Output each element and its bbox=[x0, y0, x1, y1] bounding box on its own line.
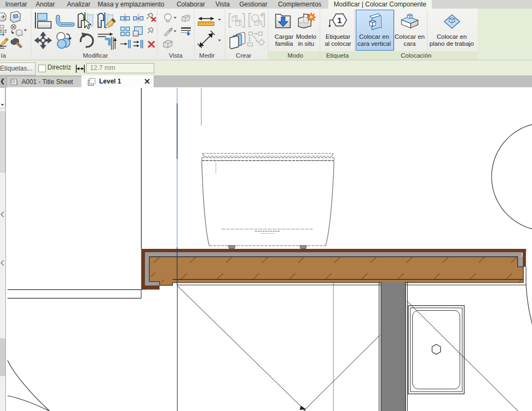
svg-text:1: 1 bbox=[337, 16, 342, 25]
